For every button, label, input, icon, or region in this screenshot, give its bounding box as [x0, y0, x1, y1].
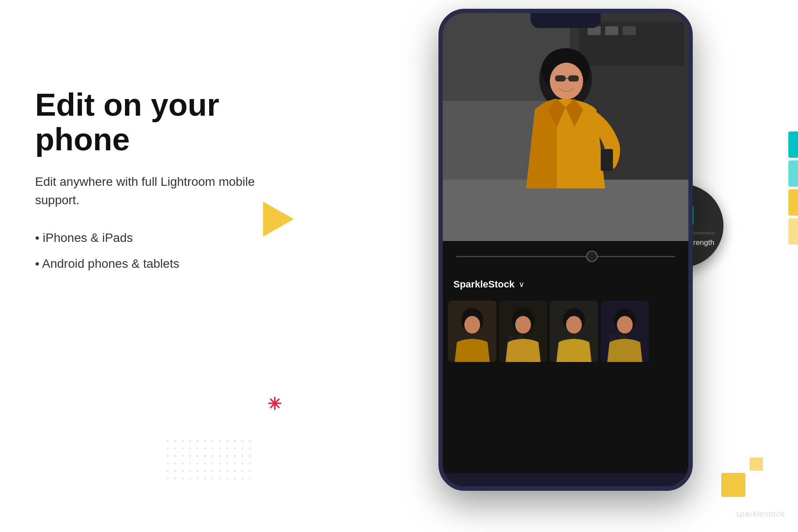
phone-slider-area[interactable]	[443, 241, 688, 272]
chevron-down-icon: ∨	[519, 280, 524, 289]
dots-decoration	[167, 440, 251, 479]
red-star-icon-2: ✳	[267, 394, 281, 414]
presets-brand-label: SparkleStock	[453, 279, 514, 290]
presets-header: SparkleStock ∨	[443, 272, 688, 297]
watermark: sparklestock	[736, 510, 785, 519]
svg-point-43	[566, 316, 582, 333]
subtitle: Edit anywhere with full Lightroom mobile…	[35, 173, 281, 209]
main-title: Edit on your phone	[35, 88, 281, 157]
phone-presets-area: SparkleStock ∨	[443, 272, 688, 473]
presets-thumbnails	[443, 297, 688, 365]
svg-rect-28	[568, 75, 579, 82]
list-item: • iPhones & iPads	[35, 227, 281, 249]
volume-up-button	[438, 92, 440, 118]
phone-notch	[531, 13, 601, 28]
phone-frame: SparkleStock ∨	[438, 9, 693, 491]
volume-down-button	[438, 127, 440, 153]
color-tab-yellow	[788, 189, 798, 216]
color-tab-teal-2	[788, 160, 798, 187]
yellow-accent-box-2	[750, 458, 763, 471]
preset-thumbnail-1[interactable]	[448, 301, 496, 362]
power-button	[691, 110, 693, 145]
slider-thumb[interactable]	[586, 251, 598, 262]
yellow-accent-box-1	[721, 473, 745, 497]
svg-rect-22	[623, 26, 636, 35]
color-tab-yellow-2	[788, 218, 798, 245]
svg-rect-30	[601, 149, 613, 171]
svg-rect-39	[508, 335, 515, 340]
preset-thumbnail-3[interactable]	[550, 301, 598, 362]
svg-rect-49	[609, 335, 616, 340]
svg-rect-21	[605, 26, 618, 35]
slider-track[interactable]	[456, 256, 675, 257]
yellow-triangle-decoration	[263, 202, 294, 237]
color-tab-teal	[788, 131, 798, 158]
svg-point-26	[550, 63, 583, 99]
svg-point-33	[464, 316, 480, 333]
color-tabs-decoration	[788, 131, 798, 245]
svg-rect-27	[555, 75, 566, 82]
left-content: Edit on your phone Edit anywhere with fu…	[35, 88, 281, 278]
preset-thumbnail-4[interactable]	[601, 301, 649, 362]
svg-point-48	[617, 316, 633, 333]
list-item: • Android phones & tablets	[35, 253, 281, 275]
svg-rect-23	[443, 180, 688, 241]
svg-point-38	[515, 316, 531, 333]
phone-mockup: Fast Rendering Adjustable Strength	[412, 9, 719, 513]
svg-rect-34	[457, 335, 464, 340]
phone-photo	[443, 13, 688, 241]
svg-rect-44	[559, 335, 566, 340]
feature-list: • iPhones & iPads • Android phones & tab…	[35, 227, 281, 275]
preset-thumbnail-2[interactable]	[499, 301, 547, 362]
